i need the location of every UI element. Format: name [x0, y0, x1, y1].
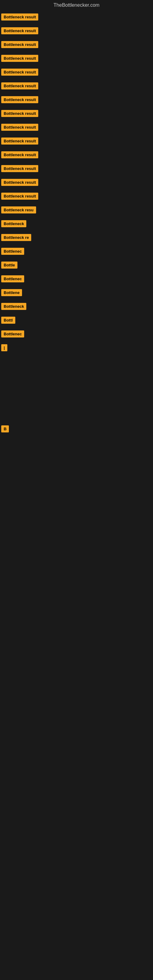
- list-item: Bottleneck result: [1, 192, 153, 201]
- list-item: Bottleneck result: [1, 137, 153, 146]
- bottleneck-badge[interactable]: Bottleneck re: [1, 234, 31, 241]
- spacer-item: [1, 456, 153, 473]
- bottleneck-badge[interactable]: Bottleneck result: [1, 55, 38, 62]
- bottleneck-badge[interactable]: Bottleneck: [1, 220, 26, 227]
- bottleneck-badge[interactable]: Bottleneck result: [1, 137, 38, 145]
- spacer-item: [1, 523, 153, 540]
- bottleneck-badge[interactable]: |: [1, 344, 7, 351]
- list-item: Bottleneck: [1, 303, 153, 311]
- list-item: Bottleneck result: [1, 165, 153, 173]
- list-item: Bottleneck result: [1, 13, 153, 22]
- bottleneck-badge[interactable]: Bottleneck result: [1, 96, 38, 103]
- site-header: TheBottlenecker.com: [0, 0, 153, 10]
- bottleneck-badge[interactable]: Bottleneck result: [1, 110, 38, 117]
- bottleneck-badge[interactable]: Bottleneck result: [1, 179, 38, 186]
- list-item: Bottleneck result: [1, 96, 153, 105]
- list-item: Bottleneck result: [1, 41, 153, 49]
- bottleneck-badge[interactable]: Bottleneck result: [1, 165, 38, 172]
- list-item: Bottlenec: [1, 275, 153, 283]
- list-item: |: [1, 344, 153, 353]
- bottleneck-badge[interactable]: Bottleneck result: [1, 83, 38, 89]
- list-item: Bottleneck result: [1, 27, 153, 35]
- list-item: Bottleneck result: [1, 83, 153, 91]
- spacer-item: [1, 506, 153, 523]
- bottleneck-badge[interactable]: B: [1, 425, 9, 433]
- list-item: Bottleneck re: [1, 234, 153, 242]
- spacer-item: [1, 409, 153, 425]
- spacer-item: [1, 473, 153, 490]
- spacer-item: [1, 439, 153, 456]
- spacer-item: [1, 358, 153, 375]
- bottleneck-badge[interactable]: Bottleneck result: [1, 68, 38, 76]
- spacer-item: [1, 392, 153, 409]
- bottleneck-badge[interactable]: Bottleneck result: [1, 27, 38, 34]
- list-item: Bottl: [1, 317, 153, 325]
- bottleneck-badge[interactable]: Bottleneck: [1, 303, 26, 310]
- bottleneck-badge[interactable]: Bottleneck result: [1, 13, 38, 21]
- bottleneck-badge[interactable]: Bottlenec: [1, 331, 24, 337]
- list-item: Bottleneck resu: [1, 207, 153, 215]
- bottleneck-badge[interactable]: Bottl: [1, 317, 15, 324]
- bottleneck-badge[interactable]: Bottle: [1, 261, 18, 269]
- bottleneck-badge[interactable]: Bottleneck resu: [1, 207, 36, 213]
- bottleneck-badge[interactable]: Bottlenec: [1, 248, 24, 255]
- bottleneck-badge[interactable]: Bottleneck result: [1, 151, 38, 158]
- list-item: Bottleneck result: [1, 110, 153, 118]
- list-item: B: [1, 425, 153, 434]
- list-item: Bottleneck: [1, 220, 153, 229]
- bottleneck-badge[interactable]: Bottleneck result: [1, 192, 38, 200]
- site-title: TheBottlenecker.com: [0, 0, 153, 10]
- bottleneck-badge[interactable]: Bottleneck result: [1, 41, 38, 48]
- bottleneck-badge[interactable]: Bottlenec: [1, 275, 24, 282]
- list-item: Bottleneck result: [1, 124, 153, 132]
- spacer-item: [1, 375, 153, 392]
- items-container: Bottleneck resultBottleneck resultBottle…: [0, 10, 153, 540]
- list-item: Bottleneck result: [1, 179, 153, 187]
- list-item: Bottlenec: [1, 248, 153, 256]
- bottleneck-badge[interactable]: Bottleneck result: [1, 124, 38, 131]
- list-item: Bottle: [1, 261, 153, 270]
- list-item: Bottleneck result: [1, 68, 153, 77]
- list-item: Bottleneck result: [1, 151, 153, 159]
- list-item: Bottlenec: [1, 331, 153, 339]
- bottleneck-badge[interactable]: Bottlene: [1, 289, 22, 296]
- list-item: Bottlene: [1, 289, 153, 298]
- list-item: Bottleneck result: [1, 55, 153, 63]
- spacer-item: [1, 490, 153, 506]
